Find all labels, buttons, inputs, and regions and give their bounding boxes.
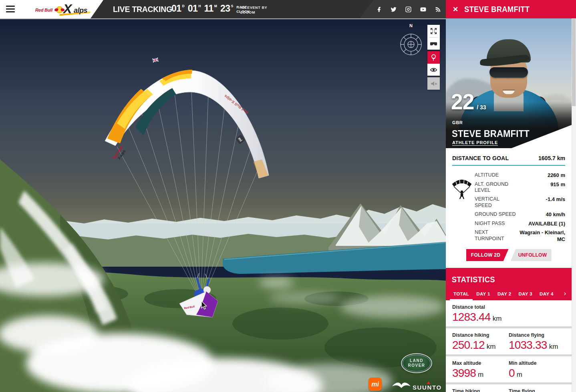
clock-hours-unit: H [198,4,201,8]
rss-icon[interactable] [434,6,441,13]
follow-3d-icon [430,54,437,61]
suunto-text: SUUNTO [413,384,442,391]
clock-days-unit: D [182,4,185,8]
stat-row: NIGHT PASSAVAILABLE (1) [475,219,565,229]
statistics-tabs: TOTAL DAY 1 DAY 2 DAY 3 DAY 4 › [446,289,572,300]
tab-total[interactable]: TOTAL [450,289,473,300]
follow-buttons: FOLLOW 2D UNFOLLOW [446,249,572,261]
map-view-controls [427,25,440,50]
clock-minutes-unit: M [214,4,217,8]
stat-row: NEXT TURNPOINTWagrain - Kleinarl, MC [475,228,565,244]
land-rover-text-bottom: ROVER [408,363,425,368]
athlete-panel: ✕ STEVE BRAMFITT 22/ 33 [446,0,576,392]
live-tracking-app: Red Bull X-alps Red Bull X-alps mi [0,0,576,392]
spectator-view-button[interactable] [427,64,440,76]
athlete-profile-link[interactable]: ATHLETE PROFILE [452,140,498,145]
live-stats: ALTITUDE2260 m ALT. GROUND LEVEL915 m VE… [446,166,572,244]
rank-number: 22 [451,90,474,113]
tabs-next-icon[interactable]: › [564,290,568,300]
card-time: Time hiking 47.3h Time flying 37.9h [446,384,572,392]
paraglider-icon [451,176,473,199]
statistics-section: STATISTICS TOTAL DAY 1 DAY 2 DAY 3 DAY 4… [446,268,572,300]
map-top-divider [0,18,446,19]
card-distance-total: Distance total 1283.44km [446,300,572,326]
clock-seconds-unit: S [231,4,233,8]
rank-total: / 33 [477,104,486,111]
instagram-icon[interactable] [405,6,412,13]
follow-3d-button[interactable] [427,51,440,64]
land-rover-logo: LAND ROVER [401,353,432,373]
photo-sunglasses [489,67,528,78]
stat-row: VERTICAL SPEED-1.4 m/s [475,195,565,210]
follow-2d-button[interactable]: FOLLOW 2D [466,249,509,261]
terrain-scene: Red Bull X-alps Red Bull X-alps mi [0,18,446,392]
athlete-panel-content: 22/ 33 GBR STEVE BRAMFITT ATHLETE PROFIL… [446,18,572,392]
athlete-panel-header: ✕ STEVE BRAMFITT [446,0,576,18]
vr-view-button[interactable] [427,38,440,50]
card-distance-split: Distance hiking 250.12km Distance flying… [446,328,572,354]
clock-seconds: 23 [220,3,230,14]
athlete-country: GBR [452,120,463,125]
land-rover-text-top: LAND [410,358,423,363]
eye-icon [430,66,437,74]
athlete-name: STEVE BRAMFITT [452,128,530,139]
athlete-panel-title: STEVE BRAMFITT [464,5,530,14]
stat-row: ALT. GROUND LEVEL915 m [475,180,565,195]
fullscreen-button[interactable] [427,25,440,37]
suunto-peak-icon [427,381,430,384]
vr-goggles-icon [430,40,437,47]
compass[interactable]: N [399,23,423,58]
clock-days: 01 [171,3,181,14]
unfollow-button[interactable]: UNFOLLOW [511,249,552,261]
tab-day-3[interactable]: DAY 3 [515,289,536,300]
topbar-brand-zone: Red Bull X alps [0,0,103,18]
statistics-cards: Distance total 1283.44km Distance hiking… [446,300,572,392]
distance-to-goal-section: DISTANCE TO GOAL 1605.7 km [446,148,572,166]
xalps-x: X [63,2,71,16]
clock-hours: 01 [188,3,198,14]
race-clock: 01 D 01 H 11 M 23 S RACE CLOCK [171,3,250,14]
close-icon[interactable]: ✕ [453,6,458,13]
audio-mute-button[interactable] [427,77,440,90]
card-altitude: Max altitude 3998m Min altitude 0m [446,356,572,382]
tab-day-2[interactable]: DAY 2 [494,289,515,300]
distance-to-goal-value: 1605.7 km [538,155,565,161]
xiaomi-logo: mi [369,378,382,391]
audio-muted-icon [430,80,437,87]
fullscreen-icon [430,28,437,34]
clock-minutes: 11 [204,3,213,14]
map-3d-view[interactable]: Red Bull X-alps Red Bull X-alps mi [0,18,446,392]
live-tracking-title: LIVE TRACKING [113,4,172,14]
sidebar-scrollbar-thumb[interactable] [572,19,576,106]
distance-to-goal-label: DISTANCE TO GOAL [452,155,509,161]
twitter-icon[interactable] [390,6,397,13]
tab-day-1[interactable]: DAY 1 [473,289,494,300]
athlete-photo: 22/ 33 GBR STEVE BRAMFITT ATHLETE PROFIL… [446,18,572,148]
compass-rose-icon [399,28,423,57]
compass-north-label: N [409,23,413,28]
paraglider-pictogram [449,171,475,244]
xiaomi-mi-text: mi [371,381,379,388]
statistics-title: STATISTICS [446,275,495,284]
redbull-wordmark: Red Bull [35,8,52,12]
youtube-icon[interactable] [419,6,427,13]
facebook-icon[interactable] [375,6,382,13]
xalps-alps: alps [74,6,87,15]
redbull-bulls-icon [56,6,63,13]
redbull-xalps-logo[interactable]: Red Bull X alps [35,2,95,17]
tab-day-4[interactable]: DAY 4 [536,289,557,300]
menu-button[interactable] [6,6,15,12]
stat-row: GROUND SPEED40 km/h [475,210,565,219]
suunto-logo: SUUNTO [413,384,442,391]
social-links [375,0,441,18]
athlete-rank: 22/ 33 [451,90,486,113]
sidebar-scrollbar[interactable] [572,18,576,392]
wings-logo-icon [392,380,411,390]
event-by-label: AN EVENT BY ZOOOM [240,5,267,15]
stat-row: ALTITUDE2260 m [475,171,565,180]
